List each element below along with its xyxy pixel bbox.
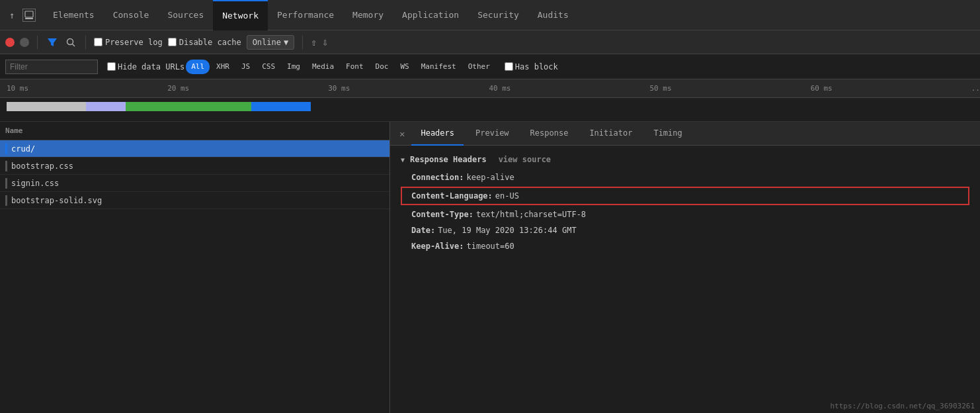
tab-preview[interactable]: Preview xyxy=(466,122,518,146)
bar-light-blue xyxy=(86,102,126,111)
filter-doc[interactable]: Doc xyxy=(370,60,394,74)
timeline-more: .. xyxy=(971,84,980,93)
tab-sources[interactable]: Sources xyxy=(158,0,213,30)
panel-tabs: ✕ Headers Preview Response Initiator Tim… xyxy=(390,122,980,146)
filter-ws[interactable]: WS xyxy=(395,60,414,74)
section-arrow: ▼ xyxy=(401,156,405,163)
view-source-link[interactable]: view source xyxy=(499,155,551,164)
header-date: Date: Tue, 19 May 2020 13:26:44 GMT xyxy=(401,222,969,238)
svg-rect-1 xyxy=(25,18,33,19)
network-bar xyxy=(7,102,324,111)
svg-line-3 xyxy=(73,44,75,46)
tab-response[interactable]: Response xyxy=(521,122,578,146)
filter-img[interactable]: Img xyxy=(282,60,306,74)
tab-console[interactable]: Console xyxy=(104,0,159,30)
filter-css[interactable]: CSS xyxy=(257,60,280,74)
filter-font[interactable]: Font xyxy=(341,60,369,74)
tab-audits[interactable]: Audits xyxy=(528,0,578,30)
close-button[interactable]: ✕ xyxy=(395,128,409,139)
tab-network[interactable]: Network xyxy=(213,0,268,30)
disable-cache-checkbox[interactable]: Disable cache xyxy=(168,38,241,47)
filter-js[interactable]: JS xyxy=(236,60,255,74)
header-keep-alive: Keep-Alive: timeout=60 xyxy=(401,238,969,254)
network-toolbar: Preserve log Disable cache Online ▼ ⇧ ⇩ xyxy=(0,30,980,54)
file-color-bar-crud xyxy=(5,144,7,154)
cursor-icon[interactable]: ↑ xyxy=(5,9,19,22)
clear-button[interactable] xyxy=(20,38,29,47)
preserve-log-checkbox[interactable]: Preserve log xyxy=(94,38,163,47)
timeline-20ms: 20 ms xyxy=(167,84,328,93)
timeline-30ms: 30 ms xyxy=(328,84,489,93)
dock-icon[interactable] xyxy=(22,9,36,22)
devtools-icons: ↑ xyxy=(5,9,36,22)
file-color-bar-bootstrap xyxy=(5,161,7,171)
preserve-log-input[interactable] xyxy=(94,38,102,46)
has-block-input[interactable] xyxy=(505,62,513,71)
upload-icon[interactable]: ⇧ xyxy=(311,36,317,48)
filter-media[interactable]: Media xyxy=(307,60,339,74)
record-button[interactable] xyxy=(5,38,15,47)
file-row-bootstrap-svg[interactable]: bootstrap-solid.svg xyxy=(0,192,389,209)
search-icon[interactable] xyxy=(64,36,77,49)
timeline-labels: 10 ms 20 ms 30 ms 40 ms 50 ms 60 ms .. xyxy=(0,79,980,97)
has-block-checkbox[interactable]: Has block xyxy=(505,62,558,71)
tab-performance[interactable]: Performance xyxy=(268,0,343,30)
svg-point-2 xyxy=(67,38,73,44)
separator-3 xyxy=(302,36,303,49)
main-area: Name crud/ bootstrap.css signin.css boot… xyxy=(0,122,980,413)
file-color-bar-svg xyxy=(5,195,7,206)
tab-timing[interactable]: Timing xyxy=(644,122,691,146)
separator-2 xyxy=(85,36,86,49)
tab-headers[interactable]: Headers xyxy=(411,122,464,146)
download-icon[interactable]: ⇩ xyxy=(322,36,328,48)
bar-blue xyxy=(251,102,311,111)
filter-input[interactable] xyxy=(5,60,98,74)
response-headers-section-title: ▼ Response Headers view source xyxy=(401,155,969,164)
timeline-50ms: 50 ms xyxy=(650,84,811,93)
timeline-row: 10 ms 20 ms 30 ms 40 ms 50 ms 60 ms .. xyxy=(0,79,980,98)
header-connection: Connection: keep-alive xyxy=(401,169,969,185)
filter-manifest[interactable]: Manifest xyxy=(416,60,462,74)
tab-elements[interactable]: Elements xyxy=(44,0,104,30)
filter-other[interactable]: Other xyxy=(463,60,495,74)
file-row-bootstrap-css[interactable]: bootstrap.css xyxy=(0,158,389,175)
bar-green xyxy=(126,102,251,111)
file-row-signin-css[interactable]: signin.css xyxy=(0,175,389,192)
header-content-type: Content-Type: text/html;charset=UTF-8 xyxy=(401,206,969,222)
tab-initiator[interactable]: Initiator xyxy=(580,122,641,146)
filter-all[interactable]: All xyxy=(186,60,210,74)
tab-application[interactable]: Application xyxy=(393,0,468,30)
filter-xhr[interactable]: XHR xyxy=(211,60,235,74)
separator-1 xyxy=(37,36,38,49)
right-panel: ✕ Headers Preview Response Initiator Tim… xyxy=(390,122,980,413)
svg-rect-0 xyxy=(25,11,33,17)
file-list: Name crud/ bootstrap.css signin.css boot… xyxy=(0,122,390,413)
bar-gray xyxy=(7,102,86,111)
header-content-language: Content-Language: en-US xyxy=(401,187,969,205)
timeline-60ms: 60 ms xyxy=(811,84,971,93)
file-color-bar-signin xyxy=(5,178,7,189)
filter-bar: Hide data URLs All XHR JS CSS Img Media … xyxy=(0,54,980,79)
filter-icon[interactable] xyxy=(46,36,59,49)
file-row-crud[interactable]: crud/ xyxy=(0,140,389,158)
hide-data-urls-checkbox[interactable]: Hide data URLs xyxy=(107,62,184,71)
throttle-dropdown[interactable]: Online ▼ xyxy=(247,35,295,50)
file-list-header: Name xyxy=(0,122,389,140)
bottom-link: https://blog.csdn.net/qq_36903261 xyxy=(830,402,975,410)
chevron-down-icon: ▼ xyxy=(284,38,288,47)
network-bar-row xyxy=(0,98,980,122)
timeline-40ms: 40 ms xyxy=(489,84,649,93)
tab-security[interactable]: Security xyxy=(468,0,528,30)
tab-memory[interactable]: Memory xyxy=(343,0,393,30)
hide-data-urls-input[interactable] xyxy=(107,62,116,71)
timeline-10ms: 10 ms xyxy=(7,84,167,93)
disable-cache-input[interactable] xyxy=(168,38,177,46)
top-tabbar: ↑ Elements Console Sources Network Perfo… xyxy=(0,0,980,30)
headers-content: ▼ Response Headers view source Connectio… xyxy=(390,146,980,413)
